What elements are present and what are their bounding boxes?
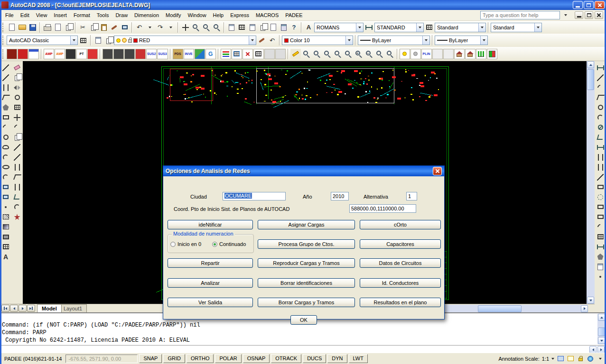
- datos-circuitos-button[interactable]: Datos de Circuitos: [360, 258, 441, 268]
- layer-combo[interactable]: RED: [114, 36, 256, 45]
- extend-icon[interactable]: [12, 162, 22, 172]
- coordinates-display[interactable]: -676.55, 2571.90, 0.00: [65, 355, 138, 363]
- lwt-toggle[interactable]: LWT: [349, 354, 368, 363]
- multiline-text-icon[interactable]: A: [0, 252, 11, 262]
- borrar-identificaciones-button[interactable]: Borrar identificaciones: [258, 278, 355, 288]
- jogged-icon[interactable]: [595, 112, 606, 122]
- macro-image-icon[interactable]: [195, 49, 205, 59]
- command-splitter[interactable]: [0, 345, 606, 346]
- scroll-up-button[interactable]: [587, 61, 594, 68]
- help-search-input[interactable]: [480, 11, 560, 19]
- macro-grid-icon[interactable]: [232, 49, 242, 59]
- ortho-toggle[interactable]: ORTHO: [186, 354, 214, 363]
- menu-window[interactable]: Window: [184, 10, 209, 20]
- line-icon[interactable]: [0, 63, 11, 73]
- chamfer-icon[interactable]: [12, 192, 22, 202]
- macro-chart-icon[interactable]: [476, 49, 486, 59]
- make-layer-current-icon[interactable]: [257, 36, 267, 46]
- id-conductores-button[interactable]: Id. Conductores: [360, 278, 441, 288]
- tool-palettes-icon[interactable]: [247, 22, 257, 32]
- last-tab-button[interactable]: [27, 305, 35, 312]
- macro-inve-icon[interactable]: INVE: [184, 49, 194, 59]
- zoom-center-icon[interactable]: [333, 49, 343, 59]
- radius-icon[interactable]: [595, 102, 606, 112]
- analizar-button[interactable]: Analizar: [168, 278, 253, 288]
- distance-icon[interactable]: [595, 242, 606, 252]
- zoom-all-icon[interactable]: [374, 49, 384, 59]
- polar-toggle[interactable]: POLAR: [215, 354, 241, 363]
- macro-pds-icon[interactable]: PDS: [173, 49, 183, 59]
- help-search-dropdown[interactable]: [561, 11, 569, 19]
- scroll-thumb[interactable]: [587, 69, 594, 90]
- combo-arrow[interactable]: [249, 36, 256, 45]
- ellipse-icon[interactable]: [0, 162, 11, 172]
- dialog-title-bar[interactable]: Opciones de Analisis de Redes: [163, 166, 444, 176]
- locate-point-icon[interactable]: [595, 272, 606, 282]
- list-icon[interactable]: [595, 262, 606, 272]
- dimension-style-icon[interactable]: [364, 22, 374, 32]
- break-icon[interactable]: [12, 172, 22, 182]
- combo-arrow[interactable]: [422, 36, 429, 45]
- mirror-icon[interactable]: [12, 82, 22, 92]
- array-icon[interactable]: [12, 102, 22, 112]
- rectangle-icon[interactable]: [0, 112, 11, 122]
- open-icon[interactable]: [17, 22, 27, 32]
- macro-plin-icon[interactable]: PLIN: [421, 49, 432, 59]
- menu-edit[interactable]: Edit: [17, 10, 33, 20]
- macro-ne-icon[interactable]: [113, 49, 124, 59]
- gradient-icon[interactable]: [0, 222, 11, 232]
- ducs-toggle[interactable]: DUCS: [303, 354, 326, 363]
- menu-view[interactable]: View: [33, 10, 51, 20]
- paste-icon[interactable]: [99, 22, 109, 32]
- block-editor-icon[interactable]: [120, 22, 130, 32]
- menu-macros[interactable]: MACROS: [252, 10, 282, 20]
- workspace-settings-icon[interactable]: [78, 36, 88, 46]
- osnap-toggle[interactable]: OSNAP: [243, 354, 270, 363]
- canvas-vscrollbar[interactable]: [587, 61, 595, 304]
- angular-icon[interactable]: [595, 132, 606, 142]
- circle-icon[interactable]: [0, 132, 11, 142]
- scroll-down-button[interactable]: [587, 297, 594, 304]
- macro-delete-icon[interactable]: [242, 49, 253, 59]
- macro-red2-icon[interactable]: [135, 49, 146, 59]
- designcenter-icon[interactable]: [237, 22, 247, 32]
- scale-icon[interactable]: [12, 132, 22, 142]
- macro-misc2-icon[interactable]: [275, 49, 286, 59]
- match-properties-icon[interactable]: [109, 22, 119, 32]
- quickcalc-icon[interactable]: [279, 22, 289, 32]
- point-icon[interactable]: [0, 202, 11, 212]
- linetype-combo[interactable]: ByLayer: [358, 36, 430, 45]
- menu-dimension[interactable]: Dimension: [131, 10, 162, 20]
- scroll-down-button[interactable]: [598, 337, 605, 344]
- repartir-button[interactable]: Repartir: [168, 258, 253, 268]
- combo-arrow[interactable]: [478, 23, 485, 32]
- stretch-icon[interactable]: [12, 142, 22, 152]
- menu-insert[interactable]: Insert: [50, 10, 70, 20]
- tray-communication-icon[interactable]: [587, 355, 594, 363]
- redo-dropdown-icon[interactable]: [166, 22, 176, 32]
- tab-model[interactable]: Model: [37, 304, 62, 312]
- revision-cloud-icon[interactable]: [0, 142, 11, 152]
- menu-padee[interactable]: PADEE: [282, 10, 306, 20]
- polygon-icon[interactable]: [0, 102, 11, 112]
- explode-icon[interactable]: [12, 212, 22, 222]
- scroll-right-button[interactable]: [581, 305, 588, 312]
- command-scroll-left-button[interactable]: [589, 346, 597, 353]
- macro-3d-icon[interactable]: [103, 49, 113, 59]
- zoom-dynamic-icon[interactable]: [312, 49, 322, 59]
- center-mark-icon[interactable]: [595, 192, 606, 202]
- scroll-up-button[interactable]: [598, 314, 605, 321]
- ordinate-icon[interactable]: [595, 92, 606, 102]
- combo-arrow[interactable]: [356, 23, 363, 32]
- asignar-cargas-button[interactable]: Asignar Cargas: [258, 220, 355, 229]
- erase-icon[interactable]: [12, 63, 22, 73]
- plot-icon[interactable]: [42, 22, 52, 32]
- reproducir-cargas-button[interactable]: Reproducir Cargas y Tramos: [258, 258, 355, 268]
- grid-toggle[interactable]: GRID: [163, 354, 185, 363]
- ellipse-arc-icon[interactable]: [0, 172, 11, 182]
- offset-icon[interactable]: [12, 92, 22, 102]
- macro-red-icon[interactable]: [87, 49, 98, 59]
- padee-book-icon[interactable]: [18, 49, 28, 59]
- radio-inicio-en-0[interactable]: Inicio en 0: [170, 241, 201, 247]
- prev-tab-button[interactable]: [10, 305, 18, 312]
